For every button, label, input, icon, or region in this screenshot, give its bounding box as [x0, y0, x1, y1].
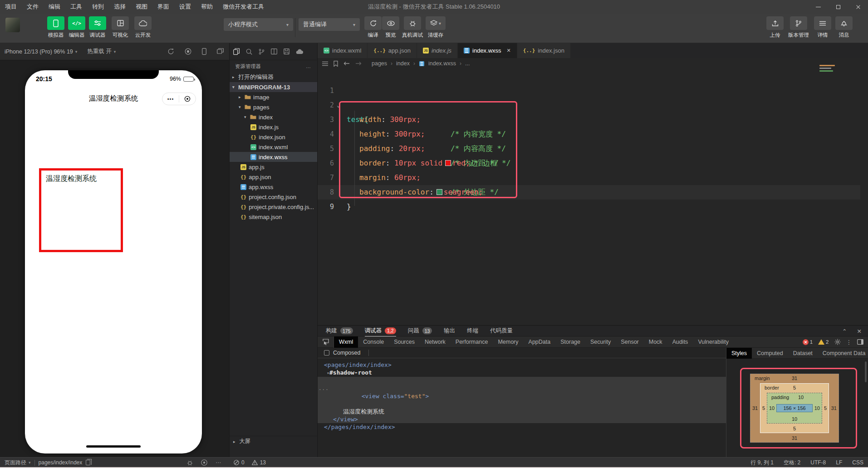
breadcrumb-index[interactable]: index — [396, 60, 410, 67]
tab-index-js[interactable]: JS index.js — [417, 43, 458, 58]
tab-output[interactable]: 输出 — [444, 326, 455, 336]
close-panel-icon[interactable]: ✕ — [857, 328, 862, 335]
error-count[interactable]: 1 — [803, 339, 813, 345]
devtools-tab-sensor[interactable]: Sensor — [616, 336, 644, 348]
menu-file[interactable]: 文件 — [22, 0, 44, 14]
warning-count[interactable]: 2 — [818, 339, 829, 345]
maximize-button[interactable] — [828, 0, 848, 14]
cursor-position[interactable]: 行 9, 列 1 — [750, 459, 774, 467]
more-actions-icon[interactable]: … — [306, 63, 312, 69]
preview-button[interactable]: 预览 — [380, 16, 401, 39]
tree-node-page-open[interactable]: <pages/index/index> — [318, 361, 726, 369]
menu-project[interactable]: 项目 — [0, 0, 22, 14]
version-control-button[interactable]: 版本管理 — [788, 16, 809, 39]
devtools-tab-audits[interactable]: Audits — [667, 336, 693, 348]
close-button[interactable] — [848, 0, 868, 14]
box-model-content[interactable]: 156 × 156 — [776, 404, 813, 412]
dock-panel-icon[interactable] — [857, 339, 863, 345]
devtools-tab-security[interactable]: Security — [585, 336, 616, 348]
menu-edit[interactable]: 编辑 — [44, 0, 65, 14]
explorer-item-project-root[interactable]: ▾ MINIPROGRAM-13 — [230, 82, 317, 92]
clear-cache-button[interactable]: ▾ 清缓存 — [425, 16, 446, 39]
tab-debugger[interactable]: 调试器 1,2 — [365, 326, 396, 336]
explorer-item-pages-folder[interactable]: ▾ pages — [230, 102, 317, 112]
breadcrumb-pages[interactable]: pages — [372, 60, 387, 67]
menu-goto[interactable]: 转到 — [87, 0, 109, 14]
devtools-tab-mock[interactable]: Mock — [644, 336, 667, 348]
devtools-tab-performance[interactable]: Performance — [451, 336, 493, 348]
bookmark-icon[interactable] — [333, 61, 338, 67]
files-icon[interactable] — [233, 48, 240, 55]
menu-tools[interactable]: 工具 — [65, 0, 87, 14]
devtools-tab-storage[interactable]: Storage — [555, 336, 585, 348]
explorer-item-app-js[interactable]: JS app.js — [230, 162, 317, 172]
record-icon[interactable] — [185, 48, 191, 55]
device-selector[interactable]: iPhone 12/13 (Pro) 96% 19 — [5, 49, 73, 55]
breadcrumb-symbol[interactable]: ... — [465, 60, 470, 67]
kebab-menu-icon[interactable]: ⋮ — [846, 339, 852, 346]
tab-index-wxml[interactable]: <> index.wxml — [318, 43, 368, 58]
scrollbar[interactable] — [865, 361, 867, 382]
devtools-tab-network[interactable]: Network — [420, 336, 451, 348]
menu-devtools[interactable]: 微信开发者工具 — [218, 0, 269, 14]
box-model-border[interactable]: border 5 5 5 5 padding 10 10 10 10 156 ×… — [760, 383, 829, 433]
avatar[interactable] — [5, 18, 20, 32]
box-model-margin[interactable]: margin 31 31 31 31 border 5 5 5 5 paddin… — [750, 374, 839, 443]
tab-code-quality[interactable]: 代码质量 — [490, 326, 513, 336]
menu-help[interactable]: 帮助 — [196, 0, 218, 14]
hot-reload-toggle[interactable]: 热重载 开 — [87, 48, 111, 55]
code-area[interactable]: 1 ⌄ test{ 2 width: 300rpx; /* 内容宽度 */ 3 … — [318, 69, 868, 259]
more-dots-icon[interactable]: ••• — [162, 96, 179, 102]
collapse-panel-icon[interactable]: ⌃ — [842, 328, 847, 335]
tree-node-shadow-root[interactable]: ▾#shadow-root — [318, 369, 726, 377]
tree-node-view-open[interactable]: ... <view class="test"> — [318, 377, 726, 408]
cloud-sync-icon[interactable] — [296, 49, 303, 54]
split-editor-icon[interactable] — [271, 49, 277, 54]
devtools-tab-appdata[interactable]: AppData — [524, 336, 556, 348]
eol-type[interactable]: LF — [836, 459, 842, 466]
minimize-button[interactable] — [808, 0, 828, 14]
upload-button[interactable]: 上传 — [765, 16, 785, 39]
details-button[interactable]: 详情 — [812, 16, 833, 39]
device-frame-icon[interactable] — [202, 48, 206, 55]
tab-terminal[interactable]: 终端 — [467, 326, 478, 336]
explorer-item-sitemap[interactable]: {} sitemap.json — [230, 212, 317, 222]
tab-problems[interactable]: 问题 13 — [408, 326, 432, 336]
tab-app-json[interactable]: {..} app.json — [368, 43, 417, 58]
menu-select[interactable]: 选择 — [109, 0, 131, 14]
breadcrumb-file[interactable]: index.wxss — [428, 60, 456, 67]
explorer-item-index-json[interactable]: {} index.json — [230, 132, 317, 142]
devtools-tab-sources[interactable]: Sources — [389, 336, 420, 348]
outline-icon[interactable] — [322, 61, 328, 66]
explorer-item-app-json[interactable]: {} app.json — [230, 172, 317, 182]
devtools-tab-vulnerability[interactable]: Vulnerability — [693, 336, 734, 348]
rotate-icon[interactable] — [167, 48, 174, 55]
error-count[interactable]: 0 — [241, 459, 245, 466]
capsule-menu[interactable]: ••• — [162, 93, 196, 105]
editor-toggle[interactable]: </> 编辑器 — [66, 16, 87, 39]
settings-gear-icon[interactable] — [834, 339, 841, 345]
tab-styles[interactable]: Styles — [726, 348, 752, 359]
tab-component-data[interactable]: Component Data — [818, 348, 868, 359]
simulator-toggle[interactable]: 模拟器 — [45, 16, 66, 39]
explorer-item-image-folder[interactable]: ▸ image — [230, 92, 317, 102]
explorer-item-open-editors[interactable]: ▸ 打开的编辑器 — [230, 72, 317, 82]
more-h-icon[interactable]: ⋯ — [216, 459, 221, 466]
tab-build[interactable]: 构建 175 — [326, 326, 353, 336]
devtools-tab-console[interactable]: Console — [358, 336, 389, 348]
page-path-selector[interactable]: 页面路径 — [5, 459, 26, 467]
explorer-item-index-js[interactable]: JS index.js — [230, 122, 317, 132]
save-all-icon[interactable] — [284, 49, 289, 54]
menu-view[interactable]: 视图 — [131, 0, 152, 14]
debugger-toggle[interactable]: 调试器 — [87, 16, 108, 39]
search-icon[interactable] — [246, 49, 252, 55]
close-tab-icon[interactable]: ✕ — [507, 48, 511, 54]
language-mode[interactable]: CSS — [852, 459, 863, 466]
visualization-toggle[interactable]: 可视化 — [110, 16, 131, 39]
compile-mode-dropdown[interactable]: 普通编译 ▾ — [299, 18, 360, 31]
forward-arrow-icon[interactable] — [355, 61, 362, 66]
devtools-tab-memory[interactable]: Memory — [493, 336, 523, 348]
explorer-item-project-private-config[interactable]: {} project.private.config.js... — [230, 202, 317, 212]
tree-node-page-close[interactable]: </pages/index/index> — [318, 423, 726, 431]
explorer-item-index-folder[interactable]: ▾ index — [230, 112, 317, 122]
